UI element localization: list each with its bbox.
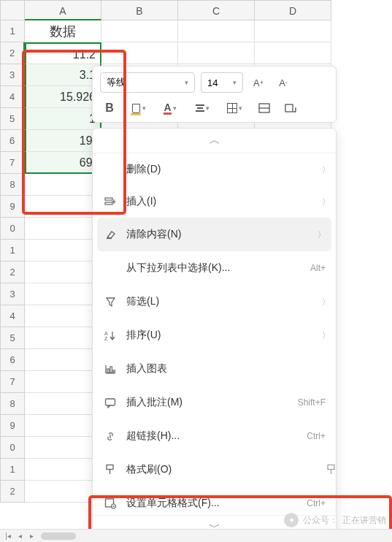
cell[interactable] <box>25 218 101 240</box>
cell[interactable] <box>25 481 101 503</box>
cell[interactable]: 1 <box>25 108 101 130</box>
row-header[interactable]: 2 <box>0 481 25 503</box>
menu-item-clear[interactable]: 清除内容(N) 〉 <box>97 218 331 251</box>
cell[interactable] <box>25 305 101 327</box>
column-header-a[interactable]: A <box>25 0 101 20</box>
increase-font-button[interactable]: A+ <box>249 73 268 92</box>
merge-button[interactable] <box>253 99 275 118</box>
row-header[interactable]: 4 <box>0 305 25 327</box>
menu-scroll-up[interactable]: ︿ <box>93 129 336 153</box>
chevron-down-icon: ▾ <box>239 104 242 112</box>
svg-text:Z: Z <box>104 336 108 341</box>
menu-item-filter[interactable]: 筛选(L) 〉 <box>93 285 336 318</box>
row-header[interactable]: 1 <box>0 459 25 481</box>
chevron-down-icon: ▾ <box>185 79 188 86</box>
menu-item-insert-chart[interactable]: 插入图表 <box>93 352 336 386</box>
row-header[interactable]: 5 <box>0 327 25 349</box>
cell[interactable] <box>25 415 101 437</box>
cell[interactable] <box>25 349 101 371</box>
font-color-button[interactable]: A▾ <box>157 99 183 118</box>
cell[interactable] <box>178 42 255 64</box>
cell[interactable] <box>25 262 101 283</box>
cell[interactable] <box>25 240 101 262</box>
font-family-select[interactable]: 等线 ▾ <box>100 72 195 93</box>
menu-item-format-painter[interactable]: 格式刷(O) <box>93 453 336 486</box>
row-header[interactable]: 6 <box>0 130 25 152</box>
borders-button[interactable]: ▾ <box>221 99 247 118</box>
mini-toolbar-row-1: 等线 ▾ 14 ▾ A+ A- <box>100 72 328 93</box>
menu-item-sort[interactable]: AZ 排序(U) 〉 <box>93 318 336 352</box>
row-header[interactable]: 4 <box>0 86 25 108</box>
format-button[interactable] <box>281 99 300 118</box>
fill-color-button[interactable]: ▾ <box>125 99 151 118</box>
column-header-d[interactable]: D <box>255 0 331 20</box>
menu-item-label: 插入批注(M) <box>126 396 289 409</box>
row-header[interactable]: 9 <box>0 415 25 437</box>
scroll-left-icon[interactable]: ◂ <box>15 532 25 540</box>
scrollbar-thumb[interactable] <box>41 533 76 540</box>
row-header[interactable]: 3 <box>0 283 25 305</box>
row-header[interactable]: 7 <box>0 152 25 174</box>
cell[interactable] <box>25 283 101 305</box>
chevron-down-icon: ▾ <box>233 79 237 86</box>
menu-item-hyperlink[interactable]: 超链接(H)... Ctrl+ <box>93 419 336 453</box>
menu-item-insert-comment[interactable]: 插入批注(M) Shift+F <box>93 386 336 419</box>
cell[interactable] <box>25 196 101 218</box>
svg-rect-2 <box>285 104 293 112</box>
row-header[interactable]: 8 <box>0 393 25 415</box>
submenu-arrow-icon: 〉 <box>322 297 330 308</box>
svg-rect-15 <box>113 370 115 373</box>
cell[interactable]: 15.926 <box>25 86 101 108</box>
cell[interactable] <box>25 393 101 415</box>
cell[interactable]: 3.1 <box>25 64 101 86</box>
font-size-value: 14 <box>207 77 218 88</box>
column-header-b[interactable]: B <box>101 0 178 20</box>
cell[interactable] <box>25 437 101 459</box>
cell[interactable] <box>101 42 178 64</box>
comment-icon <box>103 397 118 408</box>
cell[interactable]: 69. <box>25 152 101 174</box>
bold-button[interactable]: B <box>100 99 119 118</box>
row-header[interactable]: 0 <box>0 218 25 240</box>
align-button[interactable]: ▾ <box>189 99 215 118</box>
menu-item-dropdown-select[interactable]: 从下拉列表中选择(K)... Alt+ <box>93 251 336 285</box>
row-header[interactable]: 1 <box>0 20 25 42</box>
cell[interactable] <box>255 20 331 42</box>
row-header[interactable]: 3 <box>0 64 25 86</box>
cell[interactable] <box>25 371 101 393</box>
horizontal-scrollbar[interactable]: |◂ ◂ ▸ <box>0 529 392 542</box>
cell[interactable] <box>25 327 101 349</box>
menu-item-insert[interactable]: 插入(I) 〉 <box>93 186 336 218</box>
font-size-select[interactable]: 14 ▾ <box>201 72 243 93</box>
scroll-first-icon[interactable]: |◂ <box>3 532 13 540</box>
cell[interactable]: 11.2 <box>25 42 101 64</box>
cell[interactable]: 19. <box>25 130 101 152</box>
decrease-font-button[interactable]: A- <box>274 73 293 92</box>
row-header[interactable]: 1 <box>0 240 25 262</box>
cell[interactable] <box>25 459 101 481</box>
menu-shortcut: Shift+F <box>298 397 326 408</box>
svg-rect-14 <box>110 367 112 373</box>
row-header[interactable]: 9 <box>0 196 25 218</box>
row-header[interactable]: 2 <box>0 262 25 283</box>
menu-item-delete[interactable]: 删除(D) 〉 <box>93 153 336 186</box>
sort-icon: AZ <box>103 330 118 341</box>
cell[interactable] <box>101 20 178 42</box>
row-header[interactable]: 7 <box>0 371 25 393</box>
row-header[interactable]: 0 <box>0 437 25 459</box>
border-icon <box>227 103 237 113</box>
align-icon <box>196 104 204 112</box>
row-header[interactable]: 6 <box>0 349 25 371</box>
menu-shortcut: Ctrl+ <box>307 431 326 441</box>
cell[interactable]: 数据 <box>25 20 101 42</box>
column-header-c[interactable]: C <box>178 0 255 20</box>
cell[interactable] <box>25 174 101 196</box>
cell[interactable] <box>255 42 331 64</box>
scroll-right-icon[interactable]: ▸ <box>26 532 36 540</box>
row-header[interactable]: 5 <box>0 108 25 130</box>
row-header[interactable]: 8 <box>0 174 25 196</box>
cell[interactable] <box>178 20 255 42</box>
menu-item-label: 格式刷(O) <box>126 463 326 476</box>
select-all-corner[interactable] <box>0 0 25 20</box>
row-header[interactable]: 2 <box>0 42 25 64</box>
